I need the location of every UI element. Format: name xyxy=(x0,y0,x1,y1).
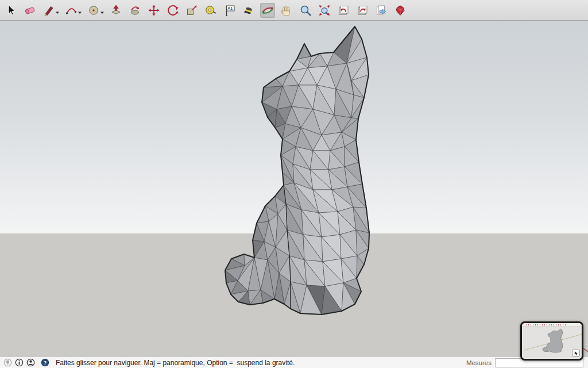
tape-icon xyxy=(204,4,217,17)
prevview-icon xyxy=(337,4,350,17)
shapes-icon xyxy=(87,4,100,17)
text-tool-button[interactable]: A1 xyxy=(222,3,237,18)
extensions-icon xyxy=(394,4,407,17)
orbit-tool-button[interactable] xyxy=(260,3,275,18)
pan-toolgroup xyxy=(279,3,294,18)
pushpull-toolgroup xyxy=(109,3,123,18)
dropdown-caret-icon[interactable] xyxy=(78,10,82,15)
svg-text:A1: A1 xyxy=(227,6,233,11)
screenshot-thumbnail[interactable] xyxy=(520,321,583,361)
arc-toolgroup xyxy=(64,3,82,18)
help-icon[interactable]: ? xyxy=(41,358,49,367)
rotate-tool-button[interactable] xyxy=(165,3,180,18)
followme-tool-button[interactable] xyxy=(127,3,142,18)
select-toolgroup xyxy=(3,3,18,18)
credits-icon[interactable] xyxy=(15,358,24,367)
orbit-toolgroup xyxy=(260,3,275,18)
statusbar: ? Faites glisser pour naviguer. Maj = pa… xyxy=(0,356,588,368)
account-icon[interactable] xyxy=(26,358,35,367)
line-icon xyxy=(42,4,55,17)
nextview-icon xyxy=(356,4,369,17)
nextview-tool-button[interactable] xyxy=(355,3,370,18)
followme-icon xyxy=(129,4,141,17)
move-toolgroup xyxy=(146,3,161,18)
zoom-toolgroup xyxy=(298,3,313,18)
move-tool-button[interactable] xyxy=(146,3,161,18)
arc-icon xyxy=(65,4,78,17)
tape-toolgroup xyxy=(203,3,218,18)
paint-icon xyxy=(242,4,255,17)
move-icon xyxy=(148,4,160,17)
thumbnail-mini-cat xyxy=(543,329,563,352)
svg-text:?: ? xyxy=(44,360,47,366)
select-tool-button[interactable] xyxy=(3,3,18,18)
sendlayout-toolgroup xyxy=(374,3,389,18)
prevview-toolgroup xyxy=(336,3,351,18)
scale-tool-button[interactable] xyxy=(184,3,199,18)
dropdown-caret-icon[interactable] xyxy=(100,10,105,15)
zoom-icon xyxy=(299,4,312,17)
text-icon: A1 xyxy=(223,4,236,17)
viewport-3d[interactable] xyxy=(0,21,588,356)
measurements-label: Mesures xyxy=(466,359,492,366)
extensions-toolgroup xyxy=(393,3,408,18)
line-toolgroup xyxy=(41,3,60,18)
scale-icon xyxy=(185,4,198,17)
line-tool-button[interactable] xyxy=(41,3,56,18)
extensions-tool-button[interactable] xyxy=(393,3,408,18)
prevview-tool-button[interactable] xyxy=(336,3,351,18)
paint-toolgroup xyxy=(241,3,256,18)
pushpull-tool-button[interactable] xyxy=(109,3,123,18)
cat-model xyxy=(0,21,588,356)
pan-tool-button[interactable] xyxy=(279,3,294,18)
geolocation-icon[interactable] xyxy=(3,358,12,367)
sendlayout-icon xyxy=(375,4,388,17)
orbit-icon xyxy=(261,4,274,17)
followme-toolgroup xyxy=(127,3,142,18)
pushpull-icon xyxy=(110,4,122,17)
eraser-toolgroup xyxy=(22,3,37,18)
red-axis-line xyxy=(583,348,588,352)
text-toolgroup: A1 xyxy=(222,3,237,18)
shapes-toolgroup xyxy=(86,3,105,18)
eraser-tool-button[interactable] xyxy=(22,3,37,18)
pan-icon xyxy=(280,4,293,17)
zoomext-tool-button[interactable] xyxy=(317,3,332,18)
zoom-tool-button[interactable] xyxy=(298,3,313,18)
toolbar: A1 xyxy=(0,0,588,21)
arc-tool-button[interactable] xyxy=(64,3,79,18)
scale-toolgroup xyxy=(184,3,199,18)
select-icon xyxy=(5,4,17,17)
dropdown-caret-icon[interactable] xyxy=(55,10,60,15)
zoomext-toolgroup xyxy=(317,3,332,18)
paint-tool-button[interactable] xyxy=(241,3,256,18)
shapes-tool-button[interactable] xyxy=(86,3,101,18)
rotate-icon xyxy=(167,4,179,17)
tape-tool-button[interactable] xyxy=(203,3,218,18)
eraser-icon xyxy=(24,4,36,17)
status-message: Faites glisser pour naviguer. Maj = pano… xyxy=(56,359,295,367)
sendlayout-tool-button[interactable] xyxy=(374,3,389,18)
nextview-toolgroup xyxy=(355,3,370,18)
zoomext-icon xyxy=(318,4,331,17)
thumbnail-cursor-icon xyxy=(572,350,580,356)
rotate-toolgroup xyxy=(165,3,180,18)
